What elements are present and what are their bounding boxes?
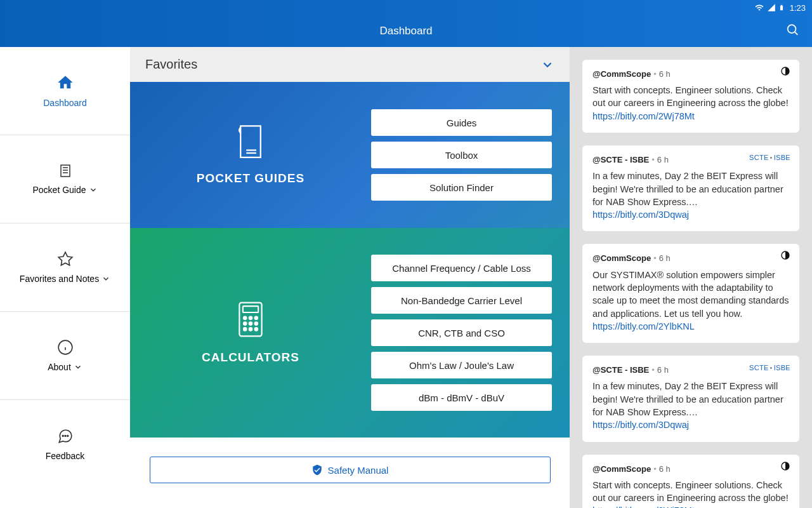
calc-non-bandedge-button[interactable]: Non-Bandedge Carrier Level	[371, 287, 552, 314]
svg-point-17	[244, 317, 246, 319]
safety-row: Safety Manual	[130, 438, 570, 508]
chevron-down-icon	[540, 58, 554, 72]
guides-button[interactable]: Guides	[371, 109, 552, 136]
svg-rect-2	[61, 165, 70, 177]
signal-icon	[767, 3, 776, 12]
favorites-title: Favorites	[145, 57, 197, 72]
favorites-header[interactable]: Favorites	[130, 47, 570, 82]
safety-manual-button[interactable]: Safety Manual	[150, 457, 551, 483]
chevron-down-icon	[102, 274, 110, 283]
chat-icon	[57, 428, 74, 444]
feed-meta: @CommScope•6 h	[593, 253, 789, 264]
battery-icon	[778, 3, 785, 13]
svg-point-10	[62, 435, 63, 436]
app-title-bar: Dashboard	[0, 15, 812, 47]
feed-meta: @CommScope•6 h	[593, 69, 789, 80]
sidebar-item-label: Feedback	[46, 451, 84, 461]
solution-finder-button[interactable]: Solution Finder	[371, 174, 552, 201]
center-column: Favorites POCKET GUIDES Guides Toolbox S…	[130, 47, 570, 508]
feed-body: In a few minutes, Day 2 the BEIT Express…	[593, 380, 789, 431]
guide-icon	[236, 124, 265, 159]
shield-check-icon	[311, 464, 323, 476]
feed-age: 6 h	[659, 69, 671, 79]
scte-isbe-logo: SCTE•ISBE	[749, 153, 790, 163]
calc-ohms-joules-button[interactable]: Ohm's Law / Joule's Law	[371, 352, 552, 378]
calculators-card: CALCULATORS Channel Frequency / Cable Lo…	[130, 228, 570, 438]
svg-point-20	[244, 322, 246, 324]
search-icon	[785, 23, 799, 37]
svg-rect-16	[243, 306, 258, 312]
feed-body: In a few minutes, Day 2 the BEIT Express…	[593, 170, 789, 221]
sidebar-item-feedback[interactable]: Feedback	[0, 400, 130, 488]
home-icon	[56, 74, 74, 91]
feed-handle: @SCTE - ISBE	[593, 365, 649, 375]
sidebar-item-label: Favorites and Notes	[20, 274, 99, 284]
calc-dbm-dbmv-dbuv-button[interactable]: dBm - dBmV - dBuV	[371, 384, 552, 411]
status-time: 1:23	[790, 3, 806, 13]
feed-handle: @CommScope	[593, 69, 651, 79]
page-title: Dashboard	[379, 25, 432, 37]
feed-link[interactable]: https://bitly.com/3Dqwaj	[593, 210, 689, 220]
sidebar-item-favorites-notes[interactable]: Favorites and Notes	[0, 224, 130, 312]
android-status-bar: 1:23	[0, 0, 812, 15]
svg-point-12	[67, 435, 68, 436]
search-button[interactable]	[785, 23, 799, 40]
wifi-icon	[754, 3, 764, 12]
scte-isbe-logo: SCTE•ISBE	[749, 363, 790, 373]
document-icon	[58, 163, 73, 178]
sidebar-item-pocket-guide[interactable]: Pocket Guide	[0, 135, 130, 224]
social-feed[interactable]: @CommScope•6 hStart with concepts. Engin…	[570, 47, 812, 508]
commscope-logo-icon	[780, 66, 790, 76]
svg-point-23	[244, 328, 246, 330]
commscope-logo-icon	[780, 250, 790, 260]
feed-age: 6 h	[657, 155, 669, 164]
feed-card[interactable]: @CommScope•6 hStart with concepts. Engin…	[582, 455, 799, 509]
sidebar-item-label: About	[48, 362, 71, 372]
svg-point-19	[255, 317, 258, 319]
sidebar-item-label: Dashboard	[43, 98, 87, 108]
sidebar: Dashboard Pocket Guide Favorites and Not…	[0, 47, 130, 508]
feed-card[interactable]: @SCTE - ISBE•6 hSCTE•ISBEIn a few minute…	[582, 145, 799, 231]
feed-card[interactable]: @CommScope•6 hStart with concepts. Engin…	[582, 60, 799, 133]
calculators-title: CALCULATORS	[202, 351, 299, 364]
commscope-logo-icon	[780, 461, 790, 471]
feed-age: 6 h	[657, 365, 669, 375]
feed-body: Start with concepts. Engineer solutions.…	[593, 84, 789, 123]
svg-point-11	[65, 435, 66, 436]
toolbox-button[interactable]: Toolbox	[371, 142, 552, 168]
feed-card[interactable]: @CommScope•6 hOur SYSTIMAX® solution emp…	[582, 244, 799, 343]
svg-point-24	[249, 328, 252, 330]
feed-meta: @CommScope•6 h	[593, 464, 789, 475]
feed-link[interactable]: https://bitly.com/2Wj78Mt	[593, 111, 695, 121]
feed-handle: @CommScope	[593, 253, 651, 263]
feed-link[interactable]: https://bitly.com/2Wj78Mt	[593, 505, 695, 508]
safety-manual-label: Safety Manual	[328, 465, 389, 476]
calc-cnr-ctb-cso-button[interactable]: CNR, CTB and CSO	[371, 319, 552, 346]
chevron-down-icon	[74, 363, 82, 371]
feed-handle: @CommScope	[593, 464, 651, 474]
sidebar-item-dashboard[interactable]: Dashboard	[0, 47, 130, 135]
chevron-down-icon	[89, 185, 98, 194]
feed-body: Start with concepts. Engineer solutions.…	[593, 479, 789, 508]
feed-link[interactable]: https://bitly.com/2YlbKNL	[593, 321, 695, 331]
feed-link[interactable]: https://bitly.com/3Dqwaj	[593, 420, 689, 430]
star-icon	[57, 251, 74, 267]
feed-body: Our SYSTIMAX® solution empowers simpler …	[593, 269, 789, 333]
svg-point-21	[249, 322, 252, 324]
svg-point-0	[788, 25, 796, 33]
svg-point-22	[255, 322, 258, 324]
svg-line-1	[795, 32, 797, 35]
svg-marker-6	[58, 252, 72, 265]
sidebar-item-label: Pocket Guide	[32, 185, 86, 195]
calc-channel-frequency-button[interactable]: Channel Frequency / Cable Loss	[371, 255, 552, 281]
info-icon	[57, 339, 74, 356]
sidebar-item-about[interactable]: About	[0, 312, 130, 400]
feed-card[interactable]: @SCTE - ISBE•6 hSCTE•ISBEIn a few minute…	[582, 356, 799, 441]
pocket-guides-card: POCKET GUIDES Guides Toolbox Solution Fi…	[130, 82, 570, 228]
feed-handle: @SCTE - ISBE	[593, 155, 649, 164]
feed-age: 6 h	[659, 253, 671, 263]
pocket-guides-title: POCKET GUIDES	[197, 171, 304, 185]
svg-point-18	[249, 317, 252, 319]
calculator-icon	[237, 301, 265, 338]
feed-age: 6 h	[659, 464, 671, 474]
